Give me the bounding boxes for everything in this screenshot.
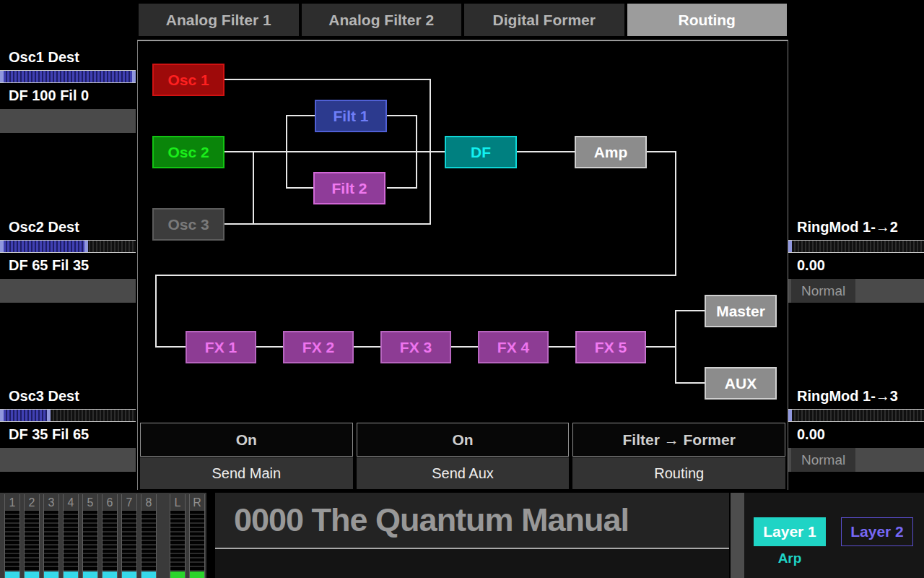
node-amp[interactable]: Amp [575, 136, 647, 168]
meter-R: R [189, 494, 205, 578]
meter-8: 8 [141, 494, 157, 578]
slider-cap [0, 241, 4, 252]
routing-panel: Osc 1 Filt 1 Osc 2 Filt 2 Osc 3 DF Amp M… [137, 40, 788, 490]
tab-analog-filter-1[interactable]: Analog Filter 1 [139, 4, 299, 36]
slider-fill [0, 71, 136, 82]
routing-diagram: Osc 1 Filt 1 Osc 2 Filt 2 Osc 3 DF Amp M… [138, 41, 788, 421]
title-separator [215, 548, 729, 549]
meter-label: 8 [141, 494, 157, 511]
wire-fx4-fx5 [549, 346, 577, 348]
meter-fill [5, 571, 19, 578]
param-label: RingMod 1-→2 [788, 215, 924, 239]
filter-page-tabbar: Analog Filter 1 Analog Filter 2 Digital … [139, 4, 787, 36]
slider-fill [0, 410, 51, 421]
param-value[interactable]: DF 35 Fil 65 [0, 423, 136, 447]
wire-fx3-fx4 [451, 346, 479, 348]
param-strip [0, 448, 136, 472]
param-strip [0, 279, 136, 303]
node-fx3[interactable]: FX 3 [380, 331, 451, 363]
layer-panel: Layer 1 Layer 2 Arp [744, 493, 924, 578]
meter-label: 6 [102, 494, 118, 511]
ringmod-mode-badge[interactable]: Normal [791, 279, 855, 303]
patch-title[interactable]: 0000 The Quantum Manual [215, 493, 729, 548]
send-aux-value[interactable]: On [357, 423, 570, 457]
wire-osc2-to-df [225, 151, 445, 152]
send-aux-label: Send Aux [357, 457, 570, 489]
meter-bank: 12345678LR [0, 493, 206, 578]
meter-bar [43, 511, 59, 578]
tab-analog-filter-2[interactable]: Analog Filter 2 [302, 4, 462, 36]
routing-value[interactable]: Filter → Former [572, 423, 785, 457]
node-osc3[interactable]: Osc 3 [152, 208, 225, 241]
wire-filter-in-bracket [286, 115, 287, 189]
ringmod-1-2-slider[interactable] [788, 240, 924, 253]
layer1-button[interactable]: Layer 1 [754, 517, 826, 546]
meter-bar [63, 511, 79, 578]
wire-filt2-out [387, 187, 417, 189]
control-send-aux: On Send Aux [357, 423, 570, 490]
param-group-osc1-dest: Osc1 Dest DF 100 Fil 0 [0, 46, 136, 133]
meter-fill [122, 571, 136, 578]
param-label: RingMod 1-→3 [788, 384, 924, 408]
send-main-label: Send Main [140, 457, 353, 489]
param-strip: Normal [788, 279, 924, 303]
param-value[interactable]: DF 100 Fil 0 [0, 84, 136, 108]
slider-cap [0, 410, 4, 421]
osc3-dest-slider[interactable] [0, 409, 136, 422]
meter-3: 3 [43, 494, 59, 578]
control-routing: Filter → Former Routing [572, 423, 785, 490]
node-aux[interactable]: AUX [705, 367, 777, 400]
node-fx2[interactable]: FX 2 [283, 331, 354, 363]
param-strip: Normal [788, 448, 924, 472]
node-osc2[interactable]: Osc 2 [152, 136, 225, 168]
slider-cap [788, 241, 792, 252]
osc1-dest-slider[interactable] [0, 70, 136, 83]
wire-into-filt2 [286, 187, 315, 189]
layer2-button[interactable]: Layer 2 [841, 517, 913, 546]
node-osc1[interactable]: Osc 1 [152, 64, 225, 96]
osc2-dest-slider[interactable] [0, 240, 136, 253]
node-fx4[interactable]: FX 4 [478, 331, 549, 363]
meter-fill [83, 571, 97, 578]
wire-filt1-out [387, 115, 417, 116]
send-main-value[interactable]: On [140, 423, 353, 457]
wire-amp-down [675, 151, 676, 276]
wire-into-filt1 [286, 115, 316, 116]
param-value[interactable]: 0.00 [788, 423, 924, 447]
wire-fx2-fx3 [354, 346, 382, 348]
node-filt2[interactable]: Filt 2 [313, 172, 385, 204]
meter-1: 1 [4, 494, 20, 578]
meter-label: 1 [4, 494, 20, 511]
control-send-main: On Send Main [140, 423, 353, 490]
wire-into-master [675, 310, 705, 311]
node-master[interactable]: Master [705, 295, 777, 327]
param-group-ringmod-1-3: RingMod 1-→3 0.00 Normal [788, 384, 924, 472]
meter-bar [141, 511, 157, 578]
node-fx5[interactable]: FX 5 [575, 331, 646, 363]
node-fx1[interactable]: FX 1 [186, 331, 256, 363]
slider-fill [0, 241, 88, 252]
param-value[interactable]: DF 65 Fil 35 [0, 254, 136, 277]
tab-routing[interactable]: Routing [627, 4, 788, 36]
meter-bar [170, 511, 186, 578]
patch-title-panel: 0000 The Quantum Manual [215, 493, 729, 578]
ringmod-1-3-slider[interactable] [788, 409, 924, 422]
meter-fill [103, 571, 117, 578]
tab-digital-former[interactable]: Digital Former [464, 4, 624, 36]
wire-down-to-fx [155, 275, 157, 348]
ringmod-mode-badge[interactable]: Normal [791, 448, 855, 472]
param-value[interactable]: 0.00 [788, 254, 924, 277]
meter-bar [102, 511, 118, 578]
param-group-osc2-dest: Osc2 Dest DF 65 Fil 35 [0, 215, 136, 303]
wire-filter-out-bracket [416, 115, 417, 189]
routing-control-bar: On Send Main On Send Aux Filter → Former… [138, 421, 788, 490]
meter-bar [24, 511, 40, 578]
wire-return [155, 275, 676, 276]
slider-cap [788, 410, 792, 421]
footer-divider [731, 493, 744, 578]
meter-fill [170, 571, 185, 578]
wire-out-split [675, 310, 676, 384]
node-df[interactable]: DF [445, 136, 517, 168]
node-filt1[interactable]: Filt 1 [315, 100, 387, 132]
meter-5: 5 [82, 494, 98, 578]
